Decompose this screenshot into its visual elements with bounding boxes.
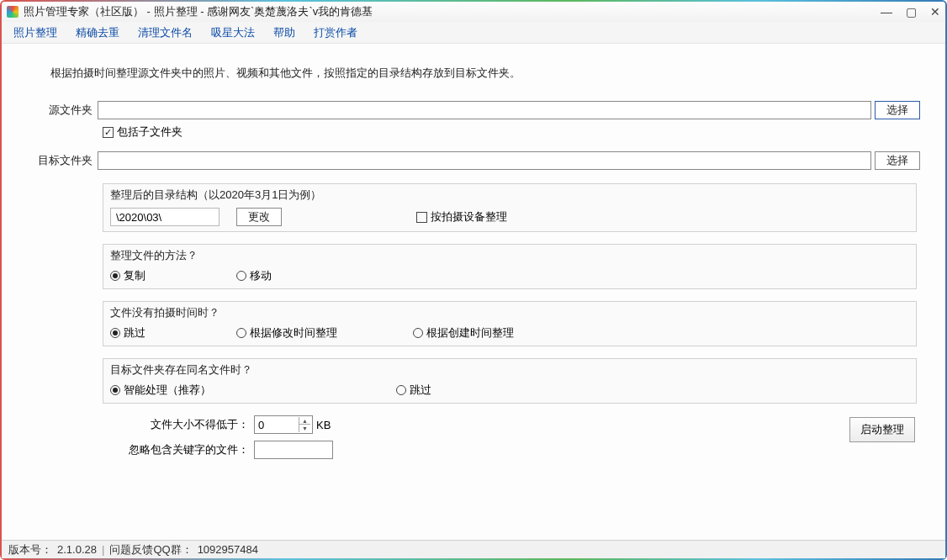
- method-title: 整理文件的方法？: [103, 245, 916, 265]
- target-select-button[interactable]: 选择: [875, 151, 920, 170]
- menu-bar: 照片整理 精确去重 清理文件名 吸星大法 帮助 打赏作者: [2, 22, 945, 44]
- menu-dedup[interactable]: 精确去重: [76, 25, 119, 40]
- ignore-kw-input[interactable]: [254, 441, 333, 459]
- page-description: 根据拍摄时间整理源文件夹中的照片、视频和其他文件，按照指定的目录结构存放到目标文…: [50, 66, 920, 81]
- method-move-label: 移动: [250, 268, 272, 283]
- start-button[interactable]: 启动整理: [849, 417, 915, 442]
- method-copy-label: 复制: [124, 268, 145, 283]
- window-title: 照片管理专家（社区版） - 照片整理 - 感谢网友`奥楚蔑洛夫`v我的肯德基: [24, 4, 373, 19]
- samefile-skip-radio[interactable]: [396, 385, 406, 395]
- notime-create-radio[interactable]: [413, 328, 423, 338]
- samefile-smart-label: 智能处理（推荐）: [124, 383, 211, 398]
- samefile-skip-label: 跳过: [410, 383, 431, 398]
- version-label: 版本号：: [8, 542, 52, 557]
- version-value: 2.1.0.28: [57, 543, 97, 556]
- kb-label: KB: [316, 419, 331, 431]
- structure-title: 整理后的目录结构（以2020年3月1日为例）: [103, 184, 916, 204]
- method-move-radio[interactable]: [236, 271, 246, 281]
- samefile-group: 目标文件夹存在同名文件时？ 智能处理（推荐） 跳过: [103, 358, 917, 404]
- source-input[interactable]: [98, 101, 871, 119]
- menu-help[interactable]: 帮助: [273, 25, 295, 40]
- app-icon: [7, 6, 19, 18]
- title-bar[interactable]: 照片管理专家（社区版） - 照片整理 - 感谢网友`奥楚蔑洛夫`v我的肯德基 —…: [2, 2, 945, 22]
- notime-create-label: 根据创建时间整理: [426, 325, 514, 341]
- menu-absorb[interactable]: 吸星大法: [211, 25, 255, 40]
- notime-title: 文件没有拍摄时间时？: [103, 302, 916, 322]
- notime-group: 文件没有拍摄时间时？ 跳过 根据修改时间整理 根据创建时间整理: [103, 301, 917, 346]
- content-area: 根据拍摄时间整理源文件夹中的照片、视频和其他文件，按照指定的目录结构存放到目标文…: [2, 44, 945, 540]
- notime-modify-label: 根据修改时间整理: [250, 325, 337, 341]
- menu-donate[interactable]: 打赏作者: [314, 25, 357, 40]
- qq-label: 问题反馈QQ群：: [109, 542, 192, 557]
- notime-modify-radio[interactable]: [236, 328, 246, 338]
- filters: 文件大小不得低于： 0 ▲▼ KB 忽略包含关键字的文件：: [128, 415, 920, 459]
- menu-photo-organize[interactable]: 照片整理: [13, 25, 57, 40]
- menu-clean-filename[interactable]: 清理文件名: [138, 25, 193, 40]
- qq-value: 1092957484: [198, 543, 258, 556]
- by-device-checkbox[interactable]: [416, 212, 427, 223]
- target-label: 目标文件夹: [27, 153, 98, 168]
- structure-group: 整理后的目录结构（以2020年3月1日为例） \2020\03\ 更改 按拍摄设…: [103, 183, 917, 232]
- include-sub-label: 包括子文件夹: [117, 124, 183, 140]
- samefile-smart-radio[interactable]: [110, 385, 120, 395]
- min-size-label: 文件大小不得低于：: [128, 417, 254, 432]
- notime-skip-radio[interactable]: [110, 328, 120, 338]
- method-copy-radio[interactable]: [110, 271, 120, 281]
- change-structure-button[interactable]: 更改: [236, 208, 282, 226]
- notime-skip-label: 跳过: [124, 325, 145, 341]
- spin-down-icon[interactable]: ▼: [299, 425, 310, 432]
- by-device-label: 按拍摄设备整理: [431, 209, 507, 225]
- method-group: 整理文件的方法？ 复制 移动: [103, 244, 917, 289]
- ignore-kw-label: 忽略包含关键字的文件：: [128, 442, 254, 457]
- close-icon[interactable]: ✕: [930, 6, 940, 18]
- spin-up-icon[interactable]: ▲: [299, 417, 310, 425]
- minimize-icon[interactable]: —: [881, 6, 892, 18]
- structure-path: \2020\03\: [110, 208, 220, 226]
- source-label: 源文件夹: [27, 103, 98, 118]
- target-input[interactable]: [98, 151, 871, 170]
- app-window: 照片管理专家（社区版） - 照片整理 - 感谢网友`奥楚蔑洛夫`v我的肯德基 —…: [0, 0, 947, 560]
- maximize-icon[interactable]: ▢: [906, 6, 917, 18]
- source-select-button[interactable]: 选择: [875, 101, 920, 119]
- samefile-title: 目标文件夹存在同名文件时？: [103, 359, 916, 379]
- include-sub-checkbox[interactable]: ✓: [103, 127, 114, 138]
- status-bar: 版本号： 2.1.0.28 | 问题反馈QQ群： 1092957484: [2, 540, 945, 558]
- min-size-input[interactable]: 0 ▲▼: [254, 415, 313, 434]
